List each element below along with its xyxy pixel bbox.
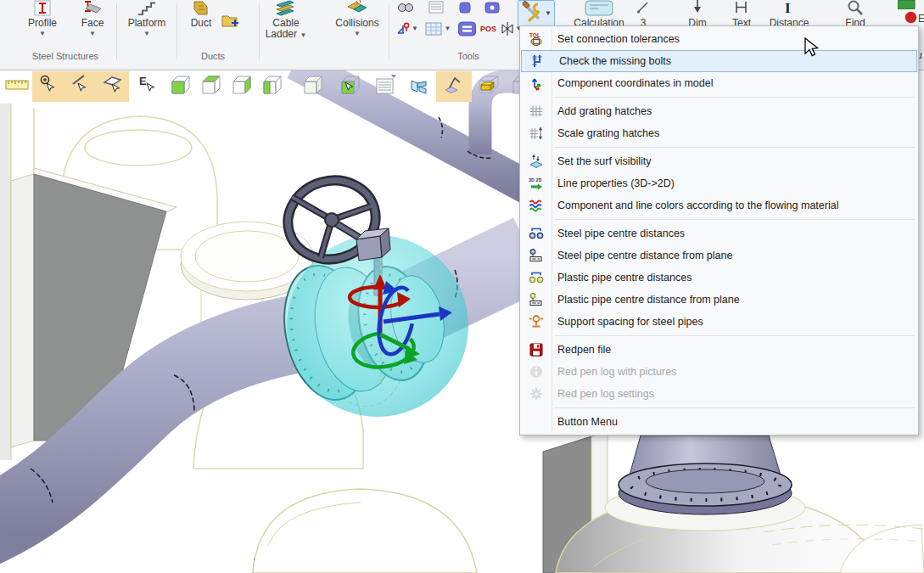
select-face-button[interactable] bbox=[97, 71, 129, 102]
redpen-settings-icon bbox=[520, 386, 552, 402]
select-line-button[interactable] bbox=[64, 71, 97, 102]
calculation-button[interactable]: Calculation bbox=[560, 0, 638, 29]
bend-line-button[interactable] bbox=[436, 71, 472, 102]
red-circle-icon[interactable] bbox=[904, 11, 917, 26]
menu-item[interactable]: Check the missing bolts bbox=[521, 50, 917, 72]
menu-item[interactable]: Set the surf visibility bbox=[520, 150, 918, 172]
three-button[interactable]: 3 bbox=[635, 0, 652, 29]
view-list-button[interactable] bbox=[370, 71, 400, 102]
select-point-button[interactable] bbox=[32, 71, 64, 102]
bend-line-icon bbox=[442, 73, 466, 100]
dim-button[interactable]: Dim bbox=[679, 0, 716, 29]
menu-item-label: Button Menu bbox=[552, 416, 618, 428]
ribbon-separator bbox=[116, 3, 117, 59]
cube-solid-green-button[interactable] bbox=[165, 71, 195, 102]
menu-item-label: Steel pipe centre distances bbox=[552, 228, 685, 239]
cube-right-green-button[interactable] bbox=[226, 71, 256, 102]
dim-icon bbox=[721, 0, 762, 16]
text-glyph-icon: I bbox=[764, 0, 815, 16]
menu-item[interactable]: Button Menu bbox=[520, 411, 918, 433]
steel-profiles-button[interactable] bbox=[404, 71, 434, 102]
menu-item[interactable]: Plastic pipe centre distance from plane bbox=[520, 289, 918, 311]
view-list-icon bbox=[373, 73, 397, 100]
cube-cursor-green-icon bbox=[338, 73, 361, 100]
profile-icon bbox=[15, 0, 70, 16]
cube-top-green-icon bbox=[199, 73, 222, 100]
duct-button[interactable]: Duct bbox=[182, 0, 221, 29]
select-element-button[interactable]: E bbox=[132, 71, 163, 102]
menu-separator bbox=[520, 94, 918, 100]
duct-label: Duct bbox=[182, 18, 221, 29]
menu-separator bbox=[520, 216, 918, 222]
find-button[interactable]: Find bbox=[832, 0, 879, 29]
green-square-icon[interactable] bbox=[898, 0, 916, 12]
menu-item[interactable]: Redpen file bbox=[520, 339, 918, 361]
cube-solid-green-icon bbox=[168, 73, 192, 100]
chevron-down-icon: ▼ bbox=[15, 31, 70, 37]
binoculars-icon[interactable] bbox=[397, 0, 414, 14]
bottom-cylinder-vessel[interactable] bbox=[253, 489, 477, 573]
plastic-plane-icon bbox=[520, 292, 552, 307]
cube-cursor-green-button[interactable] bbox=[334, 71, 365, 102]
blue-part2-icon[interactable] bbox=[484, 0, 500, 14]
vertical-pipe-flange[interactable] bbox=[605, 435, 805, 531]
support-spacing-mini-button[interactable] bbox=[395, 20, 411, 40]
chevron-down-icon[interactable]: ▼ bbox=[444, 25, 451, 32]
cable-ladder-button[interactable]: Cable Ladder ▼ bbox=[257, 0, 315, 40]
chevron-down-icon: ▼ bbox=[300, 31, 306, 39]
cube-left-green-button[interactable] bbox=[256, 71, 287, 102]
face-label: Face bbox=[70, 18, 115, 29]
ruler-button[interactable] bbox=[2, 71, 32, 102]
table-mini-button[interactable] bbox=[424, 20, 443, 40]
menu-item[interactable]: Component coordinates in model bbox=[520, 72, 918, 94]
menu-item-label: Redpen file bbox=[552, 344, 611, 356]
box-in-cube-button[interactable] bbox=[473, 71, 504, 102]
duct-add-button[interactable] bbox=[219, 12, 241, 31]
select-point-icon bbox=[36, 73, 60, 100]
wrench-tools-icon bbox=[521, 1, 543, 26]
pos-mini-button[interactable]: POS bbox=[480, 20, 514, 40]
chevron-down-icon[interactable]: ▼ bbox=[412, 25, 418, 32]
cube-right-green-icon bbox=[229, 73, 253, 100]
face-button[interactable]: Face ▼ bbox=[70, 0, 115, 37]
menu-item[interactable]: Scale grating hatches bbox=[520, 122, 918, 144]
menu-separator bbox=[520, 333, 918, 339]
cube-left-green-icon bbox=[260, 73, 283, 100]
menu-item[interactable]: Plastic pipe centre distances bbox=[520, 267, 918, 289]
cube-pale-button[interactable] bbox=[297, 71, 328, 102]
tools-small-buttons-row2: ▼ ▼ POS▼ bbox=[395, 20, 524, 46]
cad-application-window: { "app": {"name": "3D plant modelling CA… bbox=[0, 0, 924, 573]
collisions-button[interactable]: Collisions ▼ bbox=[326, 0, 389, 37]
menu-item[interactable]: Steel pipe centre distances bbox=[520, 222, 918, 244]
menu-item-label: Red pen log settings bbox=[552, 388, 654, 400]
menu-item[interactable]: Support spacing for steel pipes bbox=[520, 311, 918, 333]
menu-item[interactable]: 3D 2DLine properties (3D->2D) bbox=[520, 172, 918, 194]
cube-top-green-button[interactable] bbox=[195, 71, 226, 102]
select-line-icon bbox=[69, 73, 92, 100]
menu-item[interactable]: Steel pipe centre distance from plane bbox=[520, 244, 918, 267]
menu-item-label: Steel pipe centre distance from plane bbox=[552, 250, 732, 261]
blue-part1-icon[interactable] bbox=[459, 0, 471, 14]
box-in-cube-icon bbox=[477, 73, 501, 100]
duct-icon bbox=[182, 0, 221, 16]
list-partial-icon[interactable] bbox=[428, 0, 445, 14]
platform-button[interactable]: Platform ▼ bbox=[119, 0, 175, 37]
steel-centre-icon bbox=[520, 226, 552, 241]
menu-item[interactable]: TOLSet connection tolerances bbox=[520, 28, 918, 50]
profile-button[interactable]: Profile ▼ bbox=[15, 0, 70, 37]
distance-button[interactable]: I Distance bbox=[764, 0, 815, 29]
redpen-log-icon bbox=[520, 364, 552, 379]
menu-item-label: Add grating hatches bbox=[552, 105, 652, 117]
equals-mini-button[interactable] bbox=[457, 20, 477, 40]
text-button[interactable]: Text bbox=[721, 0, 762, 29]
menu-item[interactable]: Add grating hatches bbox=[520, 100, 918, 122]
find-magnifier-icon bbox=[832, 0, 879, 16]
duct-add-icon bbox=[219, 12, 241, 31]
face-icon bbox=[70, 0, 115, 16]
mouse-cursor bbox=[802, 37, 820, 58]
tolerance-icon: TOL bbox=[520, 31, 552, 47]
menu-item[interactable]: Component and line colors according to t… bbox=[520, 194, 918, 216]
tools-menu-button-active[interactable]: ▼ bbox=[518, 0, 555, 26]
ruler-icon bbox=[5, 73, 29, 100]
menu-separator bbox=[520, 405, 918, 411]
